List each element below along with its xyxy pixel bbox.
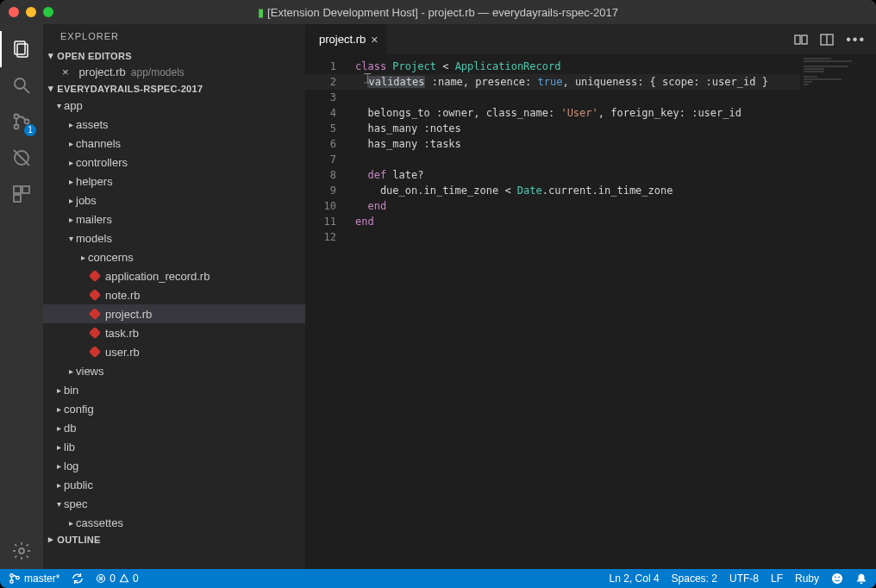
debug-activity[interactable] <box>0 140 43 176</box>
svg-point-4 <box>15 115 19 119</box>
svg-point-12 <box>19 548 24 554</box>
explorer-sidebar: EXPLORER OPEN EDITORS × project.rb app/m… <box>43 24 305 569</box>
editor-tab[interactable]: project.rb × <box>305 24 387 54</box>
tree-folder-cassettes[interactable]: cassettes <box>43 513 305 532</box>
tree-folder-log[interactable]: log <box>43 456 305 475</box>
line-gutter: 123456789101112 <box>305 54 352 569</box>
extensions-activity[interactable] <box>0 176 43 212</box>
vscode-icon: ▮ <box>258 6 264 19</box>
svg-point-25 <box>838 576 840 578</box>
editor-group: project.rb × ••• 123456789101112 class P… <box>305 24 876 569</box>
code-editor[interactable]: 123456789101112 class Project < Applicat… <box>305 54 876 569</box>
workbench: 1 EXPLORER OPEN EDITORS × project.rb app… <box>0 24 876 569</box>
settings-activity[interactable] <box>0 533 43 569</box>
close-window-button[interactable] <box>9 7 19 17</box>
encoding-status[interactable]: UTF-8 <box>729 572 759 585</box>
tree-folder-mailers[interactable]: mailers <box>43 210 305 228</box>
tree-file-task-rb[interactable]: task.rb <box>43 323 305 342</box>
outline-section[interactable]: OUTLINE <box>43 532 305 547</box>
svg-point-2 <box>15 78 25 89</box>
tree-folder-models[interactable]: models <box>43 228 305 247</box>
scm-activity[interactable]: 1 <box>0 103 43 140</box>
tree-folder-channels[interactable]: channels <box>43 134 305 153</box>
tree-folder-config[interactable]: config <box>43 399 305 418</box>
svg-rect-13 <box>795 35 800 44</box>
tree-folder-controllers[interactable]: controllers <box>43 153 305 172</box>
compare-icon[interactable] <box>794 33 808 47</box>
svg-point-5 <box>15 125 19 129</box>
file-tree: app assetschannelscontrollershelpersjobs… <box>43 96 305 532</box>
svg-point-23 <box>832 573 842 584</box>
tab-bar: project.rb × ••• <box>305 24 876 54</box>
svg-point-6 <box>25 120 29 124</box>
scm-badge: 1 <box>24 124 36 136</box>
svg-line-8 <box>14 150 29 166</box>
tree-folder-app[interactable]: app <box>43 96 305 115</box>
tree-folder-concerns[interactable]: concerns <box>43 247 305 266</box>
svg-point-17 <box>10 574 14 578</box>
svg-rect-14 <box>802 35 807 44</box>
activity-bar: 1 <box>0 24 43 569</box>
tree-folder-helpers[interactable]: helpers <box>43 172 305 191</box>
sync-status[interactable] <box>72 572 84 585</box>
tab-label: project.rb <box>319 33 366 46</box>
language-status[interactable]: Ruby <box>795 572 819 585</box>
close-editor-icon[interactable]: × <box>62 66 69 78</box>
tree-file-user-rb[interactable]: user.rb <box>43 342 305 361</box>
git-branch-status[interactable]: master* <box>9 572 59 585</box>
open-editor-path: app/models <box>131 66 185 78</box>
open-editors-section[interactable]: OPEN EDITORS <box>43 48 305 63</box>
project-section[interactable]: EVERYDAYRAILS-RSPEC-2017 <box>43 81 305 96</box>
svg-point-24 <box>835 576 836 578</box>
eol-status[interactable]: LF <box>771 572 783 585</box>
svg-rect-11 <box>14 195 21 202</box>
svg-rect-10 <box>22 186 29 193</box>
bell-icon[interactable] <box>855 572 867 585</box>
minimize-window-button[interactable] <box>26 7 36 17</box>
svg-line-3 <box>24 88 29 93</box>
cursor-position-status[interactable]: Ln 2, Col 4 <box>610 572 660 585</box>
tree-folder-spec[interactable]: spec <box>43 494 305 513</box>
status-bar: master* 0 0 Ln 2, Col 4 Spaces: 2 UTF-8 … <box>0 569 876 588</box>
more-icon[interactable]: ••• <box>846 32 866 47</box>
explorer-activity[interactable] <box>0 31 43 67</box>
tree-file-note-rb[interactable]: note.rb <box>43 285 305 304</box>
open-editor-name: project.rb <box>79 66 126 78</box>
feedback-icon[interactable] <box>831 572 843 585</box>
text-cursor: ⌶ <box>364 71 371 84</box>
tree-file-project-rb[interactable]: project.rb <box>43 304 305 323</box>
window-title: ▮[Extension Development Host] - project.… <box>0 6 876 19</box>
tree-folder-db[interactable]: db <box>43 418 305 437</box>
indent-status[interactable]: Spaces: 2 <box>672 572 717 585</box>
tree-folder-assets[interactable]: assets <box>43 115 305 134</box>
explorer-title: EXPLORER <box>43 24 305 48</box>
tree-folder-lib[interactable]: lib <box>43 437 305 456</box>
open-editor-row[interactable]: × project.rb app/models <box>43 63 305 81</box>
svg-point-18 <box>10 580 14 584</box>
vscode-window: ▮[Extension Development Host] - project.… <box>0 0 876 588</box>
tree-folder-bin[interactable]: bin <box>43 380 305 399</box>
close-tab-icon[interactable]: × <box>371 33 378 47</box>
search-activity[interactable] <box>0 67 43 103</box>
split-editor-icon[interactable] <box>820 33 834 47</box>
tree-folder-public[interactable]: public <box>43 475 305 494</box>
tree-file-application_record-rb[interactable]: application_record.rb <box>43 266 305 285</box>
tree-folder-views[interactable]: views <box>43 361 305 380</box>
tree-folder-jobs[interactable]: jobs <box>43 191 305 210</box>
code-content[interactable]: class Project < ApplicationRecord valida… <box>352 54 800 569</box>
maximize-window-button[interactable] <box>43 7 53 17</box>
editor-actions: ••• <box>794 24 876 54</box>
titlebar: ▮[Extension Development Host] - project.… <box>0 0 876 24</box>
problems-status[interactable]: 0 0 <box>96 572 138 585</box>
svg-rect-9 <box>14 186 21 193</box>
window-controls <box>9 7 53 17</box>
minimap[interactable] <box>800 54 876 569</box>
